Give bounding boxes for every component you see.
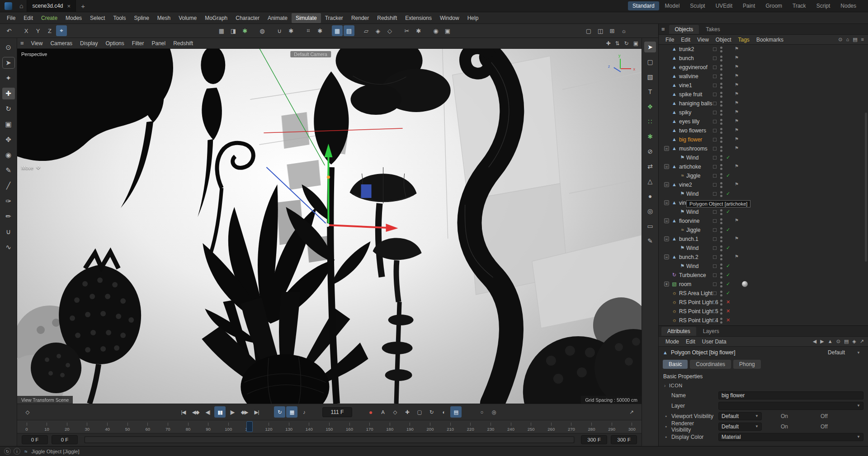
layer-chip[interactable] — [713, 192, 717, 196]
expander-toggle[interactable]: + — [664, 282, 669, 287]
object-row[interactable]: ▲ vine1 — [659, 81, 868, 90]
layer-chip[interactable] — [713, 301, 717, 304]
object-row[interactable]: − ▲ artichoke — [659, 162, 868, 171]
layout-quad-view-button[interactable]: ⊞ — [607, 25, 618, 36]
expander-toggle[interactable]: − — [664, 146, 669, 151]
dolly-view-icon[interactable]: ⇅ — [615, 40, 620, 47]
filter-icon[interactable]: ▤ — [844, 338, 849, 344]
object-row[interactable]: ▲ eyes lilly — [659, 117, 868, 126]
soft-selection-icon[interactable]: ◉ — [2, 149, 15, 161]
panel-tab[interactable]: Attributes — [661, 327, 696, 336]
live-selection-icon[interactable]: ➤ — [2, 57, 15, 69]
panel-tab[interactable]: Takes — [700, 25, 726, 34]
visibility-off-option[interactable]: Off — [821, 413, 828, 419]
refresh-icon[interactable]: ↻ — [4, 448, 11, 455]
range-end-field[interactable]: 300 F — [611, 435, 637, 444]
panel-tab[interactable]: Objects — [669, 25, 699, 34]
layer-chip[interactable] — [713, 75, 717, 78]
viewport-menu-item[interactable]: View — [28, 39, 47, 48]
object-row[interactable]: ↻ Turbulence — [659, 271, 868, 280]
object-row[interactable]: ▲ two flowers — [659, 126, 868, 135]
object-row[interactable]: − ▲ mushrooms — [659, 144, 868, 153]
object-row[interactable]: ⚑ Wind — [659, 153, 868, 162]
panel-menu-icon[interactable]: ≡ — [661, 26, 665, 33]
viewport-menu-item[interactable]: Options — [102, 39, 127, 48]
object-row[interactable]: + ▧ room — [659, 280, 868, 289]
renderer-visibility-dropdown[interactable]: Default▼ — [718, 423, 762, 431]
object-row[interactable]: − ▲ bunch.1 — [659, 235, 868, 244]
knife-tool-icon[interactable]: ╱ — [2, 180, 15, 192]
layer-chip[interactable] — [713, 237, 717, 241]
layer-chip[interactable] — [713, 282, 717, 286]
layer-chip[interactable] — [713, 264, 717, 268]
panel-tab[interactable]: Layers — [697, 327, 725, 336]
visibility-dots[interactable] — [720, 182, 722, 188]
disabled-cross-icon[interactable] — [726, 308, 730, 314]
tag-flag-icon[interactable] — [735, 100, 739, 105]
layer-chip[interactable] — [713, 310, 717, 313]
workplane-button[interactable]: ▱ — [361, 25, 372, 36]
enabled-check-icon[interactable] — [726, 263, 730, 269]
back-icon[interactable]: ◀ — [813, 338, 816, 344]
matrix-icon[interactable]: ∷ — [644, 116, 656, 127]
layer-chip[interactable] — [713, 210, 717, 214]
layer-chip[interactable] — [713, 255, 717, 259]
enabled-check-icon[interactable] — [726, 227, 730, 233]
layer-filter-icon[interactable]: ▤ — [853, 37, 857, 42]
record-parameter-button[interactable]: ◐ — [438, 406, 449, 418]
layer-chip[interactable] — [713, 138, 717, 141]
object-name[interactable]: trunk2 — [679, 46, 694, 52]
display-color-dropdown[interactable]: Material▼ — [718, 433, 863, 441]
viewport-canvas[interactable]: Perspective Default Camera Move✥ y x z V… — [17, 49, 642, 404]
object-name[interactable]: bunch.2 — [679, 254, 698, 260]
object-name[interactable]: two flowers — [679, 127, 706, 134]
key-mode-button[interactable]: ▦ — [286, 406, 297, 418]
material-preview[interactable] — [742, 281, 748, 287]
visibility-dots[interactable] — [720, 227, 722, 233]
loop-button[interactable]: ↻ — [274, 406, 285, 418]
viewport-view-label[interactable]: Perspective — [21, 52, 47, 57]
object-name[interactable]: RS Area Light — [679, 290, 712, 296]
viewport-menu-item[interactable]: Cameras — [47, 39, 76, 48]
object-row[interactable]: ☼ RS Point Light.4 — [659, 316, 868, 325]
snap-magnet-button[interactable]: ∪ — [274, 25, 285, 36]
tag-flag-icon[interactable] — [735, 55, 739, 60]
rotate-tool-icon[interactable]: ↻ — [2, 103, 15, 115]
layout-single-view-button[interactable]: ▢ — [583, 25, 594, 36]
object-row[interactable]: ▲ spike fruit — [659, 90, 868, 99]
range-slider[interactable] — [84, 436, 575, 443]
up-icon[interactable]: ▲ — [828, 338, 833, 344]
layout-model[interactable]: Model — [660, 1, 684, 10]
menu-item[interactable]: Create — [37, 13, 61, 23]
record-position-button[interactable]: ✚ — [401, 406, 413, 418]
visibility-dots[interactable] — [720, 146, 722, 152]
object-row[interactable]: ▲ wallvine — [659, 72, 868, 81]
tag-flag-icon[interactable] — [735, 182, 739, 187]
layout-paint[interactable]: Paint — [738, 1, 760, 10]
undo-icon[interactable]: ↶ — [4, 25, 14, 36]
object-name[interactable]: haniging balls — [679, 100, 712, 107]
play-pause-button[interactable]: ▮▮ — [214, 406, 226, 418]
anchor-button[interactable]: ⌗ — [303, 25, 314, 36]
object-row[interactable]: ☼ RS Point Light.6 — [659, 298, 868, 307]
select-arrow-icon[interactable]: ➤ — [644, 42, 656, 52]
object-name[interactable]: RS Point Light.4 — [679, 317, 718, 324]
record-rotation-button[interactable]: ↻ — [426, 406, 437, 418]
enabled-check-icon[interactable] — [726, 290, 730, 296]
object-row[interactable]: ☼ RS Point Light.5 — [659, 307, 868, 316]
cut-settings-button[interactable]: ✱ — [413, 25, 424, 36]
menu-item[interactable]: Edit — [19, 13, 37, 23]
object-name[interactable]: eggvineroof — [679, 64, 708, 71]
menu-item[interactable]: Tools — [109, 13, 130, 23]
visibility-dots[interactable] — [720, 83, 722, 89]
tag-flag-icon[interactable] — [735, 254, 739, 259]
expander-toggle[interactable]: − — [664, 182, 669, 187]
attribute-menu-item[interactable]: User Data — [699, 338, 730, 346]
visibility-dots[interactable] — [720, 209, 722, 215]
disabled-cross-icon[interactable] — [726, 317, 730, 323]
layer-chip[interactable] — [713, 156, 717, 160]
axis-mode-icon[interactable]: ✥ — [2, 134, 15, 146]
visibility-dots[interactable] — [720, 254, 722, 260]
current-frame-field[interactable]: 111 F — [322, 407, 352, 417]
autokey-button[interactable]: A — [377, 406, 388, 418]
